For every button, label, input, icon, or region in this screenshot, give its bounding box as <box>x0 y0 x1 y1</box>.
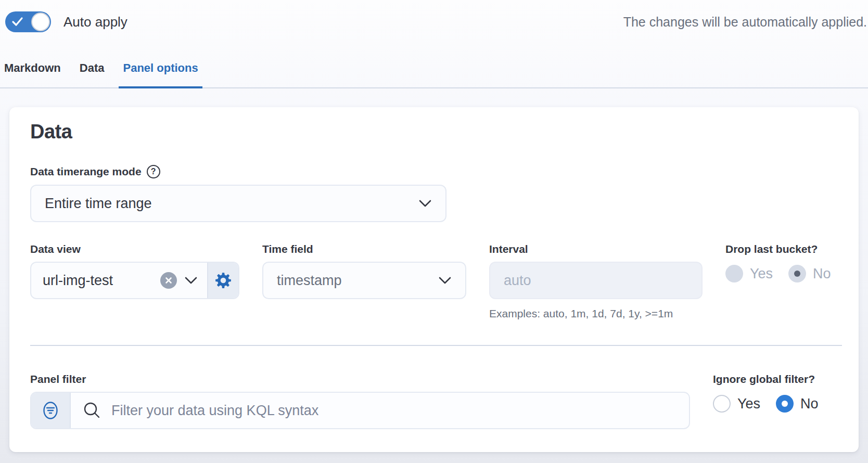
tab-panel-options[interactable]: Panel options <box>123 61 198 87</box>
auto-apply-info-text: The changes will be automatically applie… <box>623 15 867 30</box>
interval-input[interactable] <box>489 262 703 299</box>
chevron-down-icon <box>438 276 452 285</box>
kql-filter-input[interactable] <box>111 403 676 419</box>
search-icon <box>83 402 101 419</box>
radio-icon <box>788 265 806 282</box>
kql-filter-menu-button[interactable] <box>31 393 71 428</box>
time-field-value: timestamp <box>277 273 342 289</box>
ignore-global-filter-yes-option[interactable]: Yes <box>713 395 760 413</box>
toggle-thumb <box>31 12 50 31</box>
time-field-label: Time field <box>262 243 466 255</box>
radio-icon <box>713 395 731 413</box>
gear-icon <box>214 272 232 289</box>
timerange-mode-select[interactable]: Entire time range <box>30 185 446 222</box>
editor-tabs: Markdown Data Panel options <box>0 61 868 88</box>
panel-options-card: Data Data timerange mode ? Entire time r… <box>9 107 859 452</box>
filter-ellipse-icon <box>42 401 59 420</box>
check-icon <box>11 16 24 28</box>
radio-icon <box>725 265 743 282</box>
drop-last-bucket-yes-option[interactable]: Yes <box>725 265 773 282</box>
chevron-down-icon[interactable] <box>184 276 198 285</box>
timerange-mode-value: Entire time range <box>45 196 152 212</box>
data-view-settings-button[interactable] <box>207 263 238 298</box>
kql-search-bar <box>30 392 690 429</box>
data-view-label: Data view <box>30 243 239 255</box>
ignore-global-filter-field: Ignore global filter? Yes No <box>713 373 842 413</box>
interval-field: Interval Examples: auto, 1m, 1d, 7d, 1y,… <box>489 243 703 320</box>
timerange-mode-label: Data timerange mode <box>30 165 142 178</box>
radio-label: Yes <box>737 396 760 412</box>
data-view-value: url-img-test <box>43 273 153 289</box>
ignore-global-filter-radio-group: Yes No <box>713 395 842 413</box>
ignore-global-filter-no-option[interactable]: No <box>776 395 819 413</box>
data-view-combo-group: url-img-test <box>30 262 239 299</box>
header-bar: Auto apply The changes will be automatic… <box>0 0 868 33</box>
time-field-select[interactable]: timestamp <box>262 262 466 299</box>
data-settings-row: Data view url-img-test <box>30 243 842 320</box>
drop-last-bucket-radio-group: Yes No <box>725 265 842 282</box>
auto-apply-label: Auto apply <box>63 14 127 30</box>
section-divider <box>30 345 842 346</box>
filter-row: Panel filter <box>30 373 842 429</box>
time-field-field: Time field timestamp <box>262 243 466 320</box>
timerange-mode-label-row: Data timerange mode ? <box>30 165 842 178</box>
kql-input-area <box>71 393 689 428</box>
timerange-mode-field: Data timerange mode ? Entire time range <box>30 165 842 222</box>
chevron-down-icon <box>418 199 432 208</box>
tab-data[interactable]: Data <box>80 61 105 87</box>
auto-apply-toggle[interactable] <box>5 11 51 32</box>
ignore-global-filter-label: Ignore global filter? <box>713 373 842 385</box>
drop-last-bucket-no-option[interactable]: No <box>788 265 831 282</box>
interval-help-text: Examples: auto, 1m, 1d, 7d, 1y, >=1m <box>489 307 703 320</box>
drop-last-bucket-label: Drop last bucket? <box>725 243 842 255</box>
tab-markdown[interactable]: Markdown <box>4 61 61 87</box>
clear-selection-button[interactable] <box>160 272 177 289</box>
radio-icon <box>776 395 794 413</box>
panel-filter-label: Panel filter <box>30 373 690 385</box>
interval-label: Interval <box>489 243 703 255</box>
drop-last-bucket-field: Drop last bucket? Yes No <box>725 243 842 320</box>
data-view-combobox[interactable]: url-img-test <box>31 263 207 298</box>
x-icon <box>165 277 172 284</box>
radio-label: Yes <box>750 266 773 282</box>
card-title: Data <box>30 121 842 143</box>
data-view-field: Data view url-img-test <box>30 243 239 320</box>
question-circle-icon[interactable]: ? <box>147 165 160 178</box>
radio-label: No <box>813 266 831 282</box>
radio-label: No <box>800 396 819 412</box>
panel-filter-field: Panel filter <box>30 373 690 429</box>
